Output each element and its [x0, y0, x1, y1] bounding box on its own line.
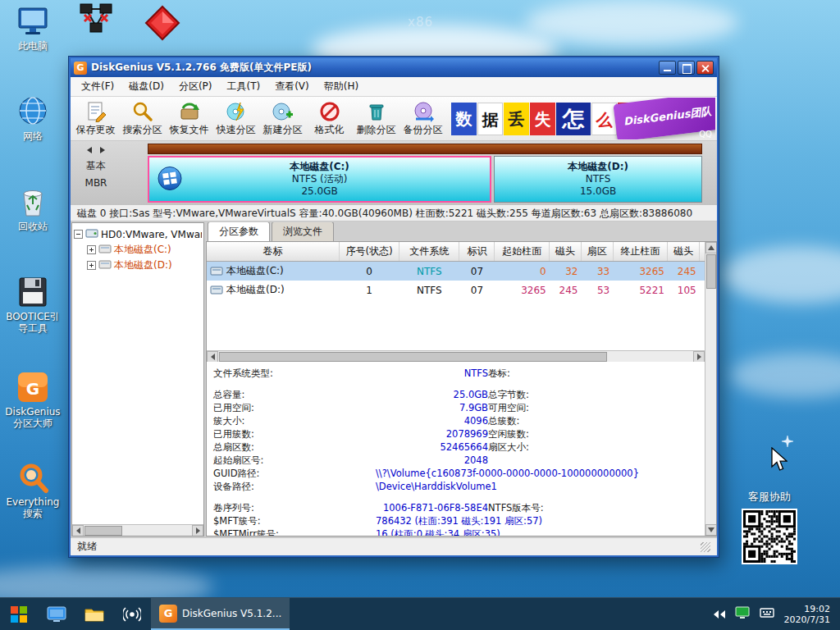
vertical-scrollbar[interactable] — [705, 242, 716, 536]
tree-item-disk[interactable]: HD0:VMware, VMwar — [74, 226, 202, 242]
menu-file[interactable]: 文件(F) — [74, 77, 121, 96]
windows-logo-icon — [158, 166, 182, 193]
toolbar-format[interactable]: 格式化 — [306, 98, 353, 139]
toolbar-recover-files[interactable]: 恢复文件 — [166, 98, 212, 139]
partition-size: 15.0GB — [568, 185, 628, 198]
cell-index: 1 — [339, 281, 399, 299]
desktop-icon-label: BOOTICE引导工具 — [5, 311, 61, 334]
desktop-icon-recycle-bin[interactable]: 回收站 — [5, 185, 61, 232]
desktop-icon-network[interactable]: 网络 — [5, 95, 61, 142]
desktop-icon-this-pc[interactable]: 此电脑 — [5, 5, 61, 52]
partition-table: 卷标 序号(状态) 文件系统 标识 起始柱面 磁头 扇区 终止柱面 磁头 — [207, 242, 705, 350]
toolbar-new-partition[interactable]: 新建分区 — [259, 98, 306, 139]
desktop-icon-diskgenius[interactable]: G DiskGenius分区大师 — [5, 371, 61, 429]
partition-details: 文件系统类型:NTFS卷标: 总容量:25.0GB总字节数: 已用空间:7.9G… — [207, 362, 705, 536]
disk-overview-bar[interactable] — [148, 144, 702, 154]
quick-partition-icon — [226, 101, 247, 122]
network-topology-icon[interactable] — [78, 2, 114, 38]
col-header[interactable]: 序号(状态) — [339, 242, 399, 262]
detail-value: \\?\Volume{c160873f-0000-0000-0000-10000… — [336, 467, 705, 480]
minimize-button[interactable] — [659, 61, 676, 75]
file-explorer-button[interactable] — [75, 598, 113, 630]
toolbar-backup-partition[interactable]: 备份分区 — [399, 98, 446, 139]
diskgenius-window: G DiskGenius V5.1.2.766 免费版(单文件PE版) 文件(F… — [68, 56, 719, 558]
cell-end-head: 245 — [668, 262, 700, 281]
partition-box-c[interactable]: 本地磁盘(C:) NTFS (活动) 25.0GB — [148, 156, 491, 203]
start-button[interactable] — [0, 598, 38, 630]
scroll-down-icon[interactable] — [705, 524, 717, 536]
detail-value: 2078969 — [336, 427, 488, 441]
partition-box-d[interactable]: 本地磁盘(D:) NTFS 15.0GB — [494, 156, 702, 203]
scroll-left-icon[interactable] — [207, 351, 218, 363]
tab-partition-parameters[interactable]: 分区参数 — [208, 222, 270, 241]
table-header-row: 卷标 序号(状态) 文件系统 标识 起始柱面 磁头 扇区 终止柱面 磁头 — [207, 242, 705, 262]
menu-view[interactable]: 查看(V) — [267, 77, 317, 96]
toolbar-delete-partition[interactable]: 删除分区 — [353, 98, 399, 139]
tab-browse-files[interactable]: 浏览文件 — [272, 222, 334, 241]
partition-name: 本地磁盘(C:) — [290, 161, 349, 173]
taskbar: G DiskGenius V5.1.2... 19:02 2020/7/31 — [0, 597, 840, 630]
banner-tile: 失 — [530, 103, 555, 135]
tree-horizontal-scrollbar[interactable] — [72, 524, 203, 536]
scroll-right-icon[interactable] — [192, 525, 203, 536]
scrollbar-thumb[interactable] — [706, 254, 716, 289]
tree-item-partition-c[interactable]: 本地磁盘(C:) — [74, 242, 202, 258]
tray-display-icon[interactable] — [735, 606, 750, 622]
expand-icon[interactable] — [87, 261, 96, 270]
maximize-button[interactable] — [678, 61, 695, 75]
col-header[interactable]: 标识 — [459, 242, 495, 262]
toolbar-label: 恢复文件 — [170, 123, 209, 137]
desktop-icon-bootice[interactable]: BOOTICE引导工具 — [5, 276, 61, 334]
col-header[interactable]: 终止柱面 — [613, 242, 668, 262]
taskbar-clock[interactable]: 19:02 2020/7/31 — [784, 604, 830, 625]
detail-value: 52465664 — [336, 441, 488, 454]
col-header[interactable]: 起始柱面 — [495, 242, 550, 262]
toolbar-save-changes[interactable]: 保存更改 — [72, 98, 119, 139]
next-disk-icon[interactable] — [100, 147, 105, 153]
detail-value: 25.0GB — [336, 388, 488, 401]
table-horizontal-scrollbar[interactable] — [207, 350, 705, 362]
detail-value — [619, 454, 705, 467]
toolbar-label: 删除分区 — [357, 123, 396, 137]
menu-partition[interactable]: 分区(P) — [171, 77, 220, 96]
resize-grip[interactable] — [701, 542, 710, 552]
col-header[interactable]: 磁头 — [668, 242, 700, 262]
col-header[interactable]: 文件系统 — [399, 242, 459, 262]
toolbar-label: 新建分区 — [263, 123, 303, 137]
detail-value — [619, 367, 705, 380]
tray-input-icon[interactable] — [760, 607, 774, 621]
support-label: 客服协助 — [737, 490, 802, 504]
partition-icon — [98, 244, 112, 256]
titlebar[interactable]: G DiskGenius V5.1.2.766 免费版(单文件PE版) — [71, 58, 717, 77]
scroll-up-icon[interactable] — [705, 242, 717, 253]
prev-disk-icon[interactable] — [87, 147, 92, 153]
tree-item-partition-d[interactable]: 本地磁盘(D:) — [74, 258, 202, 273]
menu-tools[interactable]: 工具(T) — [219, 77, 267, 96]
close-button[interactable] — [696, 61, 714, 75]
scrollbar-thumb[interactable] — [219, 352, 607, 362]
network-hotspot-button[interactable] — [113, 598, 151, 630]
table-row-partition-c[interactable]: 本地磁盘(C:) 0 NTFS 07 0 32 33 3265 245 — [207, 262, 705, 281]
show-desktop-button[interactable] — [38, 598, 75, 630]
tray-overflow-icon[interactable] — [714, 610, 725, 619]
tree-item-label: HD0:VMware, VMwar — [101, 229, 202, 240]
ad-banner[interactable]: 数 据 丢 失 怎 么 办 ! DiskGenius团队 QQ — [446, 98, 715, 139]
scrollbar-thumb[interactable] — [84, 526, 122, 536]
table-row-partition-d[interactable]: 本地磁盘(D:) 1 NTFS 07 3265 245 53 5221 105 — [207, 281, 705, 299]
toolbar-quick-partition[interactable]: 快速分区 — [212, 98, 259, 139]
taskbar-task-diskgenius[interactable]: G DiskGenius V5.1.2... — [151, 598, 290, 630]
desktop-icon-label: 网络 — [5, 130, 61, 142]
menu-disk[interactable]: 磁盘(D) — [121, 77, 171, 96]
expand-icon[interactable] — [87, 245, 96, 254]
col-header[interactable]: 卷标 — [207, 242, 339, 262]
col-header[interactable]: 扇区 — [581, 242, 613, 262]
toolbar-search-partition[interactable]: 搜索分区 — [119, 98, 166, 139]
cloud — [525, 0, 738, 45]
scroll-left-icon[interactable] — [72, 525, 84, 536]
desktop-icon-everything[interactable]: Everything搜索 — [5, 461, 61, 519]
collapse-icon[interactable] — [74, 230, 83, 239]
scroll-right-icon[interactable] — [693, 351, 705, 363]
red-diamond-icon[interactable] — [144, 5, 180, 41]
col-header[interactable]: 磁头 — [550, 242, 582, 262]
menu-help[interactable]: 帮助(H) — [317, 77, 366, 96]
